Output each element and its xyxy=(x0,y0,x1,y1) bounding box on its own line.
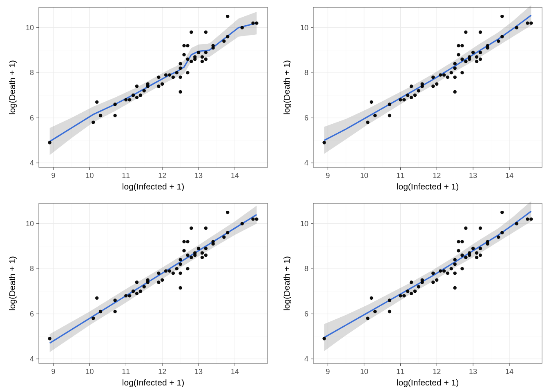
panel-4: 9101112131446810log(Infected + 1)log(Dea… xyxy=(274,196,549,392)
svg-point-178 xyxy=(92,316,95,320)
svg-point-212 xyxy=(197,247,200,250)
svg-point-46 xyxy=(182,44,185,47)
svg-point-105 xyxy=(402,98,406,101)
svg-point-65 xyxy=(241,26,244,29)
svg-point-282 xyxy=(457,249,460,252)
svg-point-42 xyxy=(179,67,182,70)
svg-point-258 xyxy=(370,296,373,300)
svg-point-304 xyxy=(529,217,533,220)
x-tick-label: 10 xyxy=(85,368,94,376)
y-tick-label: 8 xyxy=(304,69,308,77)
svg-point-271 xyxy=(431,281,435,284)
svg-point-296 xyxy=(479,254,482,257)
svg-point-120 xyxy=(453,76,456,79)
x-tick-label: 11 xyxy=(396,172,404,180)
y-axis-title: log(Death + 1) xyxy=(282,256,291,311)
svg-point-188 xyxy=(139,290,142,293)
svg-point-295 xyxy=(479,247,482,250)
svg-point-272 xyxy=(431,272,435,275)
x-tick-label: 9 xyxy=(326,172,330,180)
svg-point-293 xyxy=(475,251,478,254)
svg-point-37 xyxy=(164,73,167,76)
svg-point-208 xyxy=(190,256,193,259)
svg-point-66 xyxy=(251,21,254,24)
svg-point-23 xyxy=(113,114,116,117)
svg-point-285 xyxy=(460,267,464,270)
svg-point-56 xyxy=(201,55,204,58)
svg-point-216 xyxy=(204,247,208,250)
svg-point-264 xyxy=(406,290,409,293)
svg-point-266 xyxy=(410,281,413,284)
svg-point-200 xyxy=(179,263,182,266)
svg-point-122 xyxy=(453,90,456,94)
svg-point-39 xyxy=(172,76,175,79)
svg-point-298 xyxy=(486,240,489,243)
svg-point-125 xyxy=(457,44,460,47)
svg-point-31 xyxy=(143,89,146,92)
x-tick-label: 14 xyxy=(231,172,239,180)
svg-point-203 xyxy=(182,249,185,252)
svg-point-35 xyxy=(157,76,160,79)
svg-point-219 xyxy=(211,240,214,243)
panel-2: 9101112131446810log(Infected + 1)log(Dea… xyxy=(274,0,549,196)
svg-point-47 xyxy=(186,58,189,61)
x-tick-label: 13 xyxy=(469,368,477,376)
svg-point-262 xyxy=(399,294,402,297)
y-tick-label: 6 xyxy=(304,114,308,122)
svg-point-222 xyxy=(226,211,229,214)
svg-point-182 xyxy=(113,298,116,302)
svg-point-268 xyxy=(417,285,420,288)
svg-point-299 xyxy=(497,236,500,239)
x-tick-label: 10 xyxy=(360,172,368,180)
svg-point-27 xyxy=(132,94,135,97)
svg-point-136 xyxy=(479,31,482,34)
svg-point-58 xyxy=(204,51,208,54)
svg-point-44 xyxy=(179,62,182,65)
svg-point-286 xyxy=(460,240,464,243)
svg-point-48 xyxy=(186,71,189,74)
svg-point-146 xyxy=(529,21,533,24)
svg-point-302 xyxy=(515,222,518,225)
svg-point-204 xyxy=(182,240,185,243)
svg-point-128 xyxy=(460,44,464,47)
svg-point-287 xyxy=(464,256,467,259)
y-axis-title: log(Death + 1) xyxy=(7,256,17,311)
svg-point-119 xyxy=(450,71,453,74)
svg-point-201 xyxy=(179,286,182,290)
svg-point-223 xyxy=(241,222,244,225)
svg-point-215 xyxy=(204,227,208,230)
x-tick-label: 11 xyxy=(396,368,404,376)
svg-point-209 xyxy=(190,227,193,230)
svg-point-184 xyxy=(128,294,131,297)
svg-point-63 xyxy=(226,35,229,38)
x-tick-label: 13 xyxy=(469,172,477,180)
svg-point-130 xyxy=(464,31,467,34)
svg-point-300 xyxy=(500,231,504,234)
svg-point-61 xyxy=(211,44,214,47)
svg-point-181 xyxy=(113,310,116,313)
svg-point-38 xyxy=(168,73,171,76)
svg-point-256 xyxy=(322,337,326,340)
svg-point-292 xyxy=(475,256,478,259)
svg-point-28 xyxy=(135,96,138,99)
svg-point-143 xyxy=(500,15,504,18)
svg-point-21 xyxy=(95,100,98,104)
chart-grid: 9101112131446810log(Infected + 1)log(Dea… xyxy=(0,0,549,392)
y-axis-title: log(Death + 1) xyxy=(282,60,291,115)
svg-point-135 xyxy=(475,55,478,58)
svg-point-51 xyxy=(190,31,193,34)
svg-point-99 xyxy=(366,120,369,124)
svg-point-213 xyxy=(201,256,204,259)
svg-point-41 xyxy=(179,76,182,79)
svg-point-132 xyxy=(468,58,471,61)
svg-point-267 xyxy=(413,290,417,293)
x-tick-label: 13 xyxy=(194,172,203,180)
svg-point-301 xyxy=(500,211,504,214)
svg-point-274 xyxy=(439,269,442,272)
svg-point-53 xyxy=(193,58,196,61)
svg-point-224 xyxy=(251,217,254,220)
svg-point-192 xyxy=(157,281,160,284)
svg-point-206 xyxy=(186,267,189,270)
y-tick-label: 4 xyxy=(30,355,34,363)
svg-point-49 xyxy=(186,44,189,47)
